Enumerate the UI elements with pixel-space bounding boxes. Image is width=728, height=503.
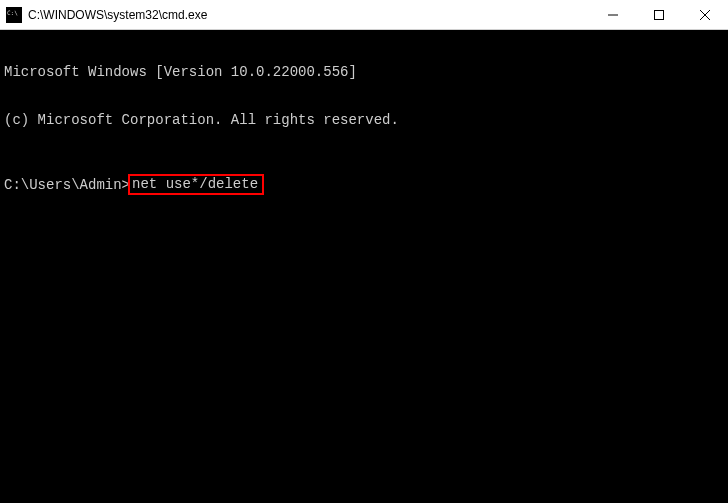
terminal-command: net use*/delete <box>132 176 258 192</box>
cmd-icon <box>6 7 22 23</box>
minimize-button[interactable] <box>590 0 636 29</box>
command-highlight: net use*/delete <box>128 174 264 195</box>
maximize-button[interactable] <box>636 0 682 29</box>
minimize-icon <box>608 10 618 20</box>
close-icon <box>700 10 710 20</box>
window-title: C:\WINDOWS\system32\cmd.exe <box>28 8 590 22</box>
terminal-line-copyright: (c) Microsoft Corporation. All rights re… <box>4 112 724 128</box>
terminal-line-version: Microsoft Windows [Version 10.0.22000.55… <box>4 64 724 80</box>
titlebar[interactable]: C:\WINDOWS\system32\cmd.exe <box>0 0 728 30</box>
terminal-content[interactable]: Microsoft Windows [Version 10.0.22000.55… <box>0 30 728 503</box>
terminal-prompt: C:\Users\Admin> <box>4 177 130 193</box>
maximize-icon <box>654 10 664 20</box>
window-controls <box>590 0 728 29</box>
terminal-prompt-line: C:\Users\Admin>net use*/delete <box>4 174 724 195</box>
svg-rect-1 <box>655 10 664 19</box>
close-button[interactable] <box>682 0 728 29</box>
cmd-window: C:\WINDOWS\system32\cmd.exe Microsoft Wi… <box>0 0 728 503</box>
